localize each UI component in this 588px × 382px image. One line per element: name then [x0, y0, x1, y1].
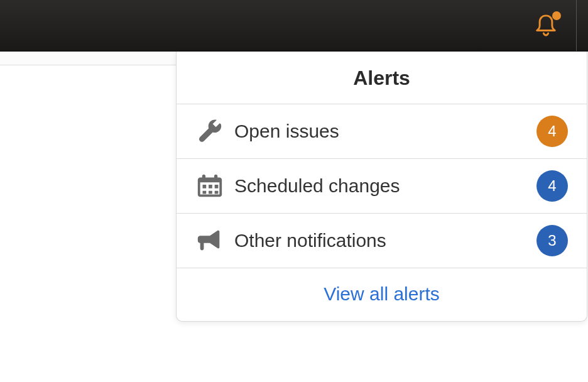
wrench-icon [195, 117, 234, 146]
alerts-count-badge: 4 [536, 116, 568, 147]
view-all-alerts-link[interactable]: View all alerts [324, 283, 440, 304]
notification-indicator-dot [552, 11, 561, 20]
calendar-icon [195, 172, 234, 200]
alerts-row-label: Open issues [234, 121, 536, 142]
alerts-count-badge: 4 [536, 170, 568, 202]
top-nav-bar [0, 0, 588, 52]
megaphone-icon [195, 226, 234, 255]
alerts-row-scheduled-changes[interactable]: Scheduled changes 4 [177, 159, 587, 214]
secondary-bar [0, 52, 176, 65]
alerts-row-label: Scheduled changes [234, 175, 536, 197]
alerts-footer: View all alerts [177, 268, 587, 321]
alerts-row-open-issues[interactable]: Open issues 4 [177, 104, 587, 159]
alerts-row-label: Other notifications [234, 230, 536, 251]
alerts-dropdown: Alerts Open issues 4 Scheduled changes 4 [176, 52, 587, 322]
notifications-button[interactable] [532, 0, 577, 51]
alerts-panel-title: Alerts [177, 52, 587, 104]
alerts-row-other-notifications[interactable]: Other notifications 3 [177, 214, 587, 268]
alerts-count-badge: 3 [536, 225, 568, 256]
